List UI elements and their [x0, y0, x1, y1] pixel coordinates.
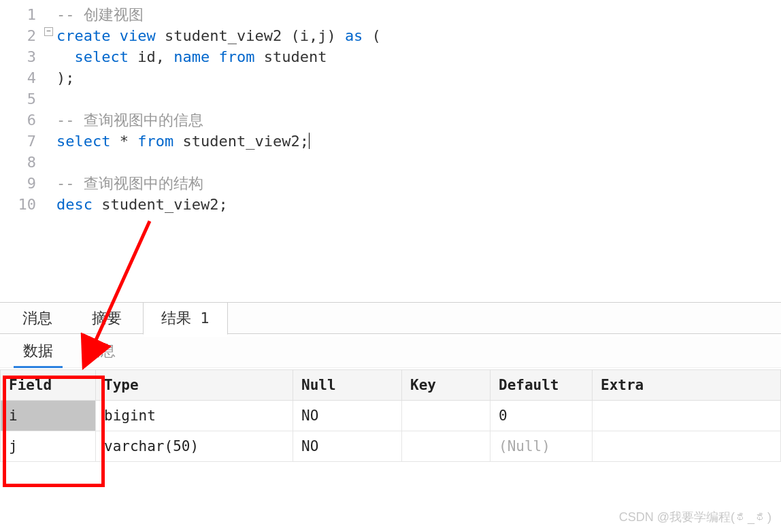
tab-result-1[interactable]: 结果 1: [143, 302, 228, 335]
cell-key[interactable]: [402, 431, 491, 462]
code-text: (: [363, 27, 381, 44]
cell-field[interactable]: i: [1, 401, 96, 431]
line-number: 8: [0, 152, 36, 173]
comment: -- 创建视图: [56, 6, 144, 23]
line-number: 2: [0, 25, 36, 46]
keyword: select: [56, 133, 110, 150]
code-text: student_view2;: [173, 133, 309, 150]
code-text: );: [56, 69, 75, 86]
line-number: 5: [0, 88, 36, 110]
cell-key[interactable]: [402, 401, 491, 431]
keyword: name: [173, 48, 210, 65]
cell-extra[interactable]: [593, 401, 781, 431]
keyword: from: [137, 133, 173, 150]
code-text: [210, 48, 218, 65]
cell-default[interactable]: 0: [491, 401, 593, 431]
table-header-row: Field Type Null Key Default Extra: [1, 370, 781, 401]
col-null[interactable]: Null: [293, 370, 402, 401]
line-number: 4: [0, 67, 36, 88]
cell-field[interactable]: j: [1, 431, 96, 462]
cell-extra[interactable]: [593, 431, 781, 462]
col-field[interactable]: Field: [1, 370, 96, 401]
subtab-info[interactable]: 信息: [69, 337, 132, 368]
keyword: select: [75, 48, 129, 65]
col-type[interactable]: Type: [96, 370, 293, 401]
cell-null[interactable]: NO: [293, 401, 402, 431]
line-number: 10: [0, 194, 36, 215]
line-number: 9: [0, 173, 36, 194]
cell-type[interactable]: varchar(50): [96, 431, 293, 462]
table-row[interactable]: i bigint NO 0: [1, 401, 781, 431]
col-extra[interactable]: Extra: [593, 370, 781, 401]
result-tabs: 消息 摘要 结果 1: [0, 303, 781, 334]
keyword: create: [56, 27, 110, 44]
code-text: student_view2 (i,j): [156, 27, 345, 44]
line-number: 1: [0, 4, 36, 25]
col-key[interactable]: Key: [402, 370, 491, 401]
subtab-data[interactable]: 数据: [7, 337, 69, 368]
table-row[interactable]: j varchar(50) NO (Null): [1, 431, 781, 462]
keyword: as: [345, 27, 363, 44]
keyword: desc: [56, 196, 93, 213]
code-text: id,: [129, 48, 173, 65]
keyword: from: [218, 48, 254, 65]
code-text: student_view2;: [93, 196, 228, 213]
line-number: 6: [0, 110, 36, 131]
comment: -- 查询视图中的结构: [56, 175, 203, 192]
cell-default[interactable]: (Null): [491, 431, 593, 462]
line-number: 3: [0, 46, 36, 67]
result-table[interactable]: Field Type Null Key Default Extra i bigi…: [0, 369, 781, 462]
code-content[interactable]: -- 创建视图 create view student_view2 (i,j) …: [43, 0, 781, 302]
code-text: *: [110, 133, 137, 150]
watermark: CSDN @我要学编程(ಥ_ಥ): [619, 509, 771, 525]
comment: -- 查询视图中的信息: [56, 112, 203, 129]
cell-type[interactable]: bigint: [96, 401, 293, 431]
code-editor[interactable]: 1 2 3 4 5 6 7 8 9 10 − -- 创建视图 create vi…: [0, 0, 781, 303]
line-gutter: 1 2 3 4 5 6 7 8 9 10: [0, 0, 43, 302]
cell-null[interactable]: NO: [293, 431, 402, 462]
tab-summary[interactable]: 摘要: [73, 302, 140, 335]
fold-icon[interactable]: −: [44, 27, 53, 36]
code-text: student: [254, 48, 327, 65]
text-cursor: [309, 133, 310, 149]
line-number: 7: [0, 131, 36, 152]
result-subtabs: 数据 信息: [0, 337, 781, 368]
col-default[interactable]: Default: [491, 370, 593, 401]
keyword: view: [120, 27, 156, 44]
tab-messages[interactable]: 消息: [4, 302, 71, 335]
